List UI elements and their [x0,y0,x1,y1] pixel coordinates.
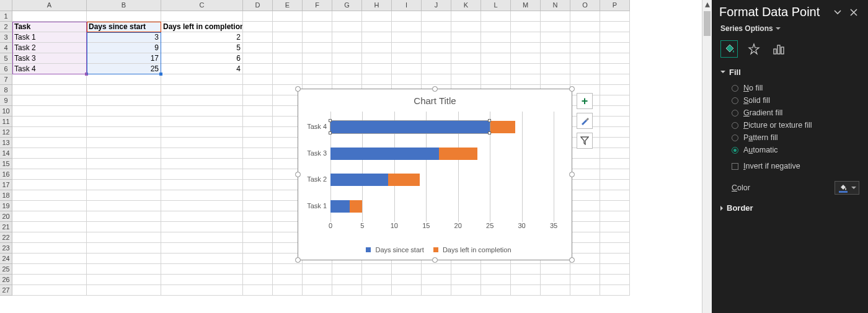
row-header-2[interactable]: 2 [0,22,12,32]
cell-C12[interactable] [161,127,243,138]
cell-C3[interactable]: 2 [161,32,243,43]
cell-P26[interactable] [600,275,630,285]
cell-M2[interactable] [511,22,541,32]
cell-A12[interactable] [12,127,87,138]
cell-M3[interactable] [511,32,541,43]
cell-B20[interactable] [87,211,161,222]
cell-B5[interactable]: 17 [87,53,161,64]
chart-plot-area[interactable] [330,114,554,219]
cell-G3[interactable] [332,32,362,43]
cell-C19[interactable] [161,201,243,211]
chart-styles-button[interactable] [577,113,593,129]
cell-B24[interactable] [87,253,161,264]
cell-N3[interactable] [541,32,570,43]
cell-E4[interactable] [273,43,303,53]
cell-A22[interactable] [12,232,87,243]
cell-D9[interactable] [243,95,273,106]
cell-H3[interactable] [362,32,392,43]
cell-D7[interactable] [243,74,273,85]
cell-E5[interactable] [273,53,303,64]
cell-K27[interactable] [451,285,481,296]
row-header-15[interactable]: 15 [0,159,12,169]
cell-D24[interactable] [243,253,273,264]
chart-resize-handle[interactable] [432,257,438,263]
cell-C18[interactable] [161,190,243,201]
row-header-6[interactable]: 6 [0,64,12,74]
cell-C24[interactable] [161,253,243,264]
cell-A13[interactable] [12,138,87,148]
column-header-O[interactable]: O [570,0,600,11]
cell-H7[interactable] [362,74,392,85]
chart-category-axis[interactable]: Task 4Task 3Task 2Task 1 [304,114,328,219]
chart-object[interactable]: Chart Title Task 4Task 3Task 2Task 1 051… [298,89,572,260]
cell-M26[interactable] [511,275,541,285]
cell-D10[interactable] [243,106,273,117]
cell-P14[interactable] [600,148,630,159]
cell-A27[interactable] [12,285,87,296]
cell-O26[interactable] [570,275,600,285]
cell-G6[interactable] [332,64,362,74]
cell-A3[interactable]: Task 1 [12,32,87,43]
cell-F26[interactable] [303,275,332,285]
cell-J7[interactable] [422,74,451,85]
cell-D11[interactable] [243,117,273,127]
cell-P21[interactable] [600,222,630,232]
chart-legend[interactable]: Days since start Days left in completion [298,246,572,253]
cell-P20[interactable] [600,211,630,222]
cell-P12[interactable] [600,127,630,138]
cell-A5[interactable]: Task 3 [12,53,87,64]
cell-K4[interactable] [451,43,481,53]
vertical-scrollbar[interactable]: ▴ [702,0,712,313]
cell-B27[interactable] [87,285,161,296]
cell-A23[interactable] [12,243,87,253]
cell-P1[interactable] [600,11,630,22]
cell-K25[interactable] [451,264,481,275]
row-header-25[interactable]: 25 [0,264,12,275]
select-all-corner[interactable] [0,0,12,11]
cell-B18[interactable] [87,190,161,201]
invert-if-negative-checkbox[interactable]: Invert if negative [732,160,859,172]
cell-C9[interactable] [161,95,243,106]
cell-C6[interactable]: 4 [161,64,243,74]
row-header-24[interactable]: 24 [0,253,12,264]
cell-C1[interactable] [161,11,243,22]
cell-P6[interactable] [600,64,630,74]
cell-L3[interactable] [481,32,511,43]
cell-E1[interactable] [273,11,303,22]
cell-A6[interactable]: Task 4 [12,64,87,74]
column-header-F[interactable]: F [303,0,332,11]
cell-P2[interactable] [600,22,630,32]
scroll-thumb[interactable] [704,11,711,36]
chart-resize-handle[interactable] [432,86,438,92]
cell-D25[interactable] [243,264,273,275]
cell-D8[interactable] [243,85,273,95]
cell-P15[interactable] [600,159,630,169]
cell-B2[interactable]: Days since start [87,22,161,32]
bar-Task 1-series1[interactable] [330,200,350,213]
cell-N5[interactable] [541,53,570,64]
cell-J1[interactable] [422,11,451,22]
cell-C4[interactable]: 5 [161,43,243,53]
cell-M5[interactable] [511,53,541,64]
cell-D4[interactable] [243,43,273,53]
cell-O20[interactable] [570,211,600,222]
cell-A15[interactable] [12,159,87,169]
cell-G4[interactable] [332,43,362,53]
bar-Task 3-series1[interactable] [330,148,439,160]
cell-G2[interactable] [332,22,362,32]
cell-D12[interactable] [243,127,273,138]
cell-D20[interactable] [243,211,273,222]
cell-L27[interactable] [481,285,511,296]
cell-B7[interactable] [87,74,161,85]
cell-G1[interactable] [332,11,362,22]
cell-E6[interactable] [273,64,303,74]
cell-B12[interactable] [87,127,161,138]
bar-Task 4-series2[interactable] [490,121,515,133]
cell-B6[interactable]: 25 [87,64,161,74]
cell-O21[interactable] [570,222,600,232]
fill-section-header[interactable]: Fill [712,64,868,81]
cell-A4[interactable]: Task 2 [12,43,87,53]
cell-G5[interactable] [332,53,362,64]
cell-B21[interactable] [87,222,161,232]
row-header-16[interactable]: 16 [0,169,12,180]
